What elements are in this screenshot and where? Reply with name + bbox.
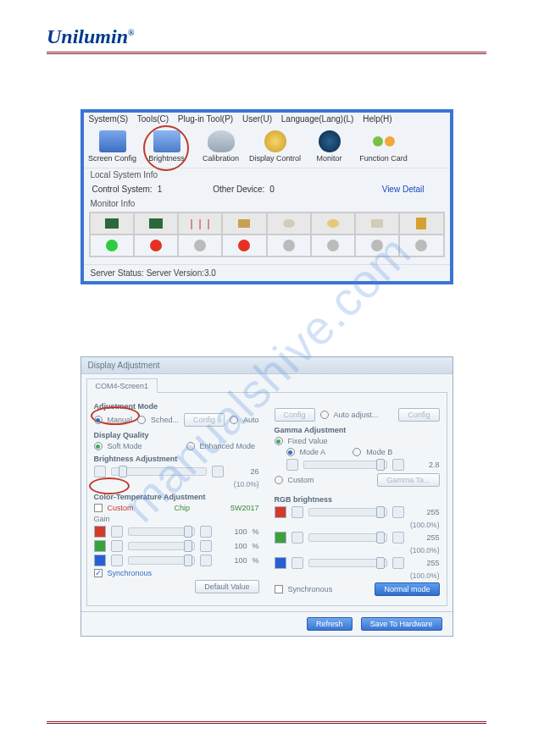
rgb-r-slider[interactable] <box>308 508 387 516</box>
mon-head-icon <box>90 212 134 235</box>
sync-checkbox[interactable] <box>275 585 283 593</box>
local-system-label: Local System Info <box>84 168 450 181</box>
tool-function-card[interactable]: Function Card <box>357 129 411 164</box>
increment-button[interactable] <box>392 506 404 518</box>
menu-user[interactable]: User(U) <box>242 114 272 124</box>
decrement-button[interactable] <box>291 557 303 569</box>
radio-mode-b[interactable] <box>353 448 361 456</box>
window-title: Display Adjustment <box>81 357 452 374</box>
decrement-button[interactable] <box>286 459 298 471</box>
mon-status <box>399 235 443 257</box>
brightness-icon <box>153 130 180 152</box>
gain-g-slider[interactable] <box>128 542 195 550</box>
increment-button[interactable] <box>212 466 224 477</box>
save-button[interactable]: Save To Hardware <box>361 617 442 631</box>
radio-label: Mode A <box>300 448 326 456</box>
gain-label: Gain <box>94 515 259 523</box>
brand-logo: Unilumin® <box>47 25 486 48</box>
gain-r-value: 100 <box>217 527 247 536</box>
bottom-rule <box>47 721 486 724</box>
radio-auto-adjust[interactable] <box>320 411 329 419</box>
gain-r-slider[interactable] <box>128 527 195 536</box>
increment-button[interactable] <box>200 555 212 566</box>
tool-brightness[interactable]: Brightness <box>140 129 194 164</box>
gamma-slider[interactable] <box>303 461 387 469</box>
swatch-g-icon <box>275 532 286 544</box>
display-adjustment-window: Display Adjustment COM4-Screen1 Adjustme… <box>81 356 453 637</box>
radio-label: Mode B <box>366 448 392 456</box>
function-card-icon <box>370 130 397 152</box>
rgb-g-slider[interactable] <box>308 533 387 542</box>
mon-status <box>134 235 178 257</box>
sync-checkbox[interactable] <box>94 569 103 577</box>
menu-language[interactable]: Language(Lang)(L) <box>281 114 354 124</box>
decrement-button[interactable] <box>291 532 303 544</box>
config-button[interactable]: Config <box>184 413 225 427</box>
menu-plugin[interactable]: Plug-in Tool(P) <box>178 114 233 124</box>
menu-help[interactable]: Help(H) <box>363 114 391 124</box>
mon-head-icon <box>222 212 266 235</box>
radio-custom[interactable] <box>275 476 283 484</box>
increment-button[interactable] <box>200 540 212 552</box>
increment-button[interactable] <box>392 532 404 544</box>
control-system-value: 1 <box>158 185 163 194</box>
system-info-row: Control System: 1 Other Device: 0 View D… <box>84 181 450 197</box>
radio-sched[interactable] <box>137 416 146 424</box>
normal-mode-button[interactable]: Normal mode <box>375 582 439 596</box>
tool-display-control[interactable]: Display Control <box>248 129 303 164</box>
gamma-value: 2.8 <box>409 461 440 469</box>
radio-auto[interactable] <box>230 416 238 424</box>
menu-system[interactable]: System(S) <box>89 114 129 124</box>
chip-value: 5W2017 <box>230 504 259 512</box>
rgb-brightness-label: RGB brightness <box>275 495 440 504</box>
view-detail-link[interactable]: View Detail <box>382 185 425 194</box>
radio-fixed[interactable] <box>275 437 283 445</box>
config-button[interactable]: Config <box>398 408 439 422</box>
increment-button[interactable] <box>200 526 212 538</box>
decrement-button[interactable] <box>111 555 123 566</box>
decrement-button[interactable] <box>291 506 303 518</box>
chip-label: Chip <box>139 504 226 512</box>
brightness-percent: (10.0%) <box>217 480 259 488</box>
default-value-button[interactable]: Default Value <box>195 580 258 593</box>
brightness-slider[interactable] <box>111 467 207 476</box>
menubar[interactable]: System(S) Tools(C) Plug-in Tool(P) User(… <box>84 113 450 125</box>
radio-label: Enhanced Mode <box>200 442 256 450</box>
tool-screen-config[interactable]: Screen Config <box>86 129 140 164</box>
mon-head-icon: ❘❘❘ <box>178 212 222 235</box>
config-button[interactable]: Config <box>275 408 315 422</box>
mon-head-icon <box>134 212 178 235</box>
display-control-icon <box>264 130 286 152</box>
menu-tools[interactable]: Tools(C) <box>137 114 169 124</box>
radio-manual[interactable] <box>94 416 103 424</box>
rgb-b-slider[interactable] <box>308 559 387 567</box>
monitor-info-label: Monitor Info <box>84 197 450 210</box>
rgb-r-percent: (100.0%) <box>397 521 440 529</box>
rgb-g-value: 255 <box>409 533 440 542</box>
radio-label: Custom <box>288 476 314 484</box>
tool-calibration[interactable]: Calibration <box>194 129 248 164</box>
mon-status <box>355 235 399 257</box>
gain-b-slider[interactable] <box>128 556 195 565</box>
adjustment-mode-label: Adjustment Mode <box>94 402 259 411</box>
decrement-button[interactable] <box>111 540 123 552</box>
decrement-button[interactable] <box>111 526 123 538</box>
increment-button[interactable] <box>392 459 404 471</box>
increment-button[interactable] <box>392 557 404 569</box>
radio-label: Manual <box>108 416 133 424</box>
tool-monitor[interactable]: Monitor <box>303 129 357 164</box>
tab-com4[interactable]: COM4-Screen1 <box>86 378 158 393</box>
gamma-table-button[interactable]: Gamma Ta... <box>377 473 439 487</box>
tool-label: Monitor <box>316 154 341 163</box>
custom-checkbox[interactable] <box>94 504 103 512</box>
radio-mode-a[interactable] <box>286 448 295 456</box>
radio-soft[interactable] <box>94 442 103 450</box>
brightness-value: 26 <box>229 467 259 476</box>
swatch-b-icon <box>94 555 106 566</box>
decrement-button[interactable] <box>94 466 106 477</box>
gamma-label: Gamma Adjustment <box>275 426 440 434</box>
color-temp-label: Color-Temperature Adjustment <box>94 493 259 501</box>
refresh-button[interactable]: Refresh <box>307 617 353 631</box>
toolbar: Screen Config Brightness Calibration Dis… <box>84 125 450 168</box>
radio-enhanced[interactable] <box>186 442 195 450</box>
